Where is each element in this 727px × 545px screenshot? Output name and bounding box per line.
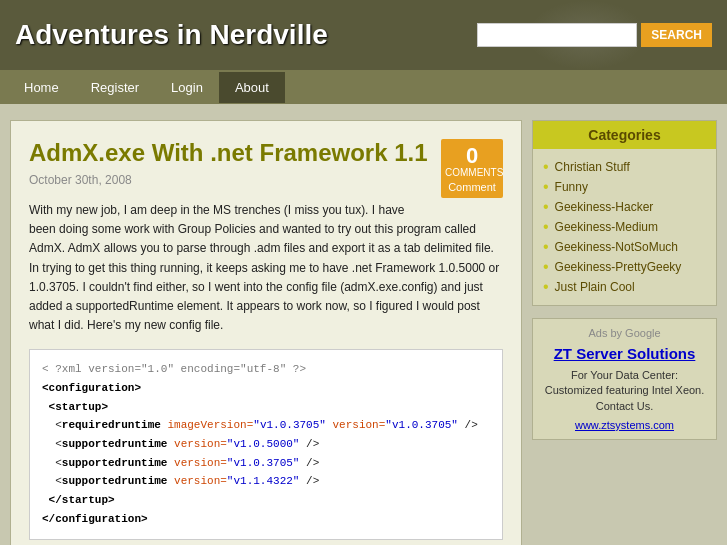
categories-box: Categories Christian Stuff Funny Geekine… xyxy=(532,120,717,306)
nav-item-login[interactable]: Login xyxy=(155,72,219,103)
comments-label: COMMENTS xyxy=(445,167,499,179)
category-link-geekiness-hacker[interactable]: Geekiness-Hacker xyxy=(555,200,654,214)
categories-title: Categories xyxy=(533,121,716,149)
category-link-geekiness-medium[interactable]: Geekiness-Medium xyxy=(555,220,658,234)
post-title: AdmX.exe With .net Framework 1.1 xyxy=(29,139,503,167)
list-item: Geekiness-PrettyGeeky xyxy=(543,257,706,277)
list-item: Geekiness-Medium xyxy=(543,217,706,237)
code-line-1: < ?xml version="1.0" encoding="utf-8" ?> xyxy=(42,363,306,375)
sidebar: Categories Christian Stuff Funny Geekine… xyxy=(532,120,717,545)
ad-title[interactable]: ZT Server Solutions xyxy=(543,345,706,363)
category-link-funny[interactable]: Funny xyxy=(555,180,588,194)
code-block: < ?xml version="1.0" encoding="utf-8" ?>… xyxy=(29,349,503,539)
search-input[interactable] xyxy=(477,23,637,47)
comment-link-text: Comment xyxy=(445,181,499,194)
ads-label: Ads by Google xyxy=(543,327,706,339)
nav-item-about[interactable]: About xyxy=(219,72,285,103)
ads-box: Ads by Google ZT Server Solutions For Yo… xyxy=(532,318,717,440)
search-button[interactable]: SEARCH xyxy=(641,23,712,47)
code-line-3: <startup> xyxy=(42,401,108,413)
category-link-geekiness-pretty[interactable]: Geekiness-PrettyGeeky xyxy=(555,260,682,274)
main-content: 0 COMMENTS Comment AdmX.exe With .net Fr… xyxy=(10,120,522,545)
code-line-4: <requiredruntime imageVersion="v1.0.3705… xyxy=(42,419,478,431)
site-title: Adventures in Nerdville xyxy=(15,19,328,51)
code-line-7: <supportedruntime version="v1.1.4322" /> xyxy=(42,475,319,487)
list-item: Christian Stuff xyxy=(543,157,706,177)
search-area: SEARCH xyxy=(477,23,712,47)
code-line-2: <configuration> xyxy=(42,382,141,394)
post-body: With my new job, I am deep in the MS tre… xyxy=(29,201,503,335)
code-line-8: </startup> xyxy=(42,494,115,506)
comment-badge[interactable]: 0 COMMENTS Comment xyxy=(441,139,503,198)
ad-body: For Your Data Center: Customized featuri… xyxy=(543,368,706,414)
list-item: Geekiness-Hacker xyxy=(543,197,706,217)
list-item: Geekiness-NotSoMuch xyxy=(543,237,706,257)
categories-list: Christian Stuff Funny Geekiness-Hacker G… xyxy=(533,149,716,305)
list-item: Funny xyxy=(543,177,706,197)
category-link-justplain[interactable]: Just Plain Cool xyxy=(555,280,635,294)
code-line-6: <supportedruntime version="v1.0.3705" /> xyxy=(42,457,319,469)
code-line-9: </configuration> xyxy=(42,513,148,525)
nav-item-register[interactable]: Register xyxy=(75,72,155,103)
ad-link[interactable]: www.ztsystems.com xyxy=(543,419,706,431)
category-link-geekiness-notso[interactable]: Geekiness-NotSoMuch xyxy=(555,240,678,254)
main-nav: Home Register Login About xyxy=(0,70,727,104)
code-line-5: <supportedruntime version="v1.0.5000" /> xyxy=(42,438,319,450)
nav-item-home[interactable]: Home xyxy=(8,72,75,103)
comment-count: 0 xyxy=(445,145,499,167)
category-link-christian[interactable]: Christian Stuff xyxy=(555,160,630,174)
post-date: October 30th, 2008 xyxy=(29,173,503,187)
content-wrapper: 0 COMMENTS Comment AdmX.exe With .net Fr… xyxy=(0,104,727,545)
header: Adventures in Nerdville SEARCH xyxy=(0,0,727,70)
list-item: Just Plain Cool xyxy=(543,277,706,297)
